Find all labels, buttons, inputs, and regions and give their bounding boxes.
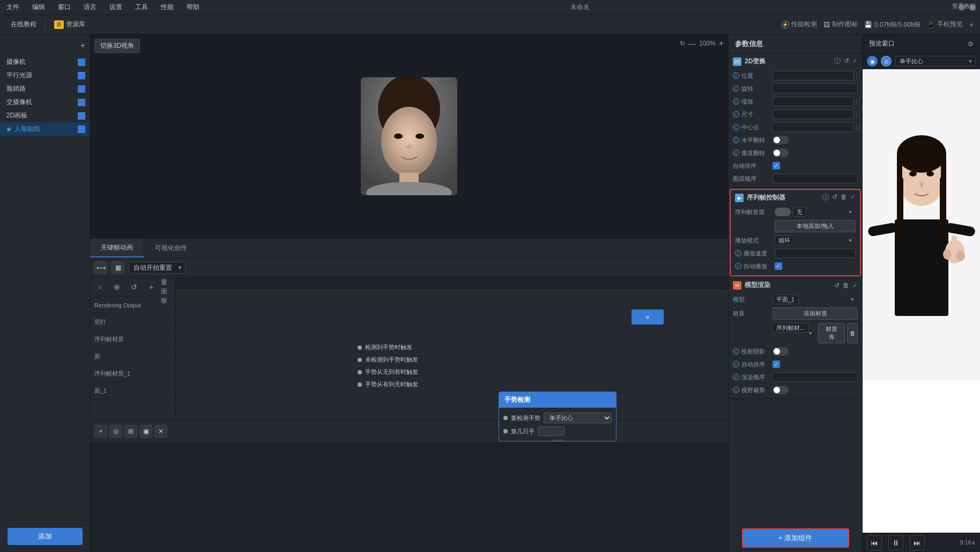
node-locate-btn[interactable]: ◎ xyxy=(109,425,122,438)
prop-render-order-val[interactable]: 0 xyxy=(773,372,858,382)
seq-toggle[interactable] xyxy=(775,208,791,216)
layer-camera-check[interactable] xyxy=(78,58,85,66)
asset-library-btn[interactable]: 资 资源库 xyxy=(50,18,90,31)
preview-forward-btn[interactable]: ⏭ xyxy=(910,535,925,550)
viewport[interactable]: 切换3D视角 ↻ — 100% + xyxy=(90,34,728,238)
keyframe-chip[interactable]: ≡ xyxy=(632,310,664,325)
layer-intercam[interactable]: 交摄像机 xyxy=(0,95,90,109)
prop-model-auto-sort-check[interactable] xyxy=(773,360,780,368)
layer-intercam-check[interactable] xyxy=(78,99,85,106)
prop-size-x[interactable]: 200.00 xyxy=(773,109,854,119)
prop-position-x[interactable]: 0.00 xyxy=(773,71,854,80)
node-add-btn[interactable]: + xyxy=(94,425,107,438)
frame-refresh-icon[interactable]: ↺ xyxy=(832,193,837,202)
add-material-btn[interactable]: 添加材质 xyxy=(773,307,858,320)
preview-mode-btn-1[interactable]: ◉ xyxy=(867,56,878,67)
prop-hflip-toggle[interactable] xyxy=(773,136,789,144)
add-layer-button[interactable]: 添加 xyxy=(8,528,83,545)
menu-item-settings[interactable]: 设置 xyxy=(107,2,124,13)
node-detect-select[interactable]: 单手比心 xyxy=(544,413,612,423)
model-refresh-icon[interactable]: ↺ xyxy=(834,282,840,289)
action-btn-4[interactable]: + xyxy=(144,279,159,295)
menu-item-help[interactable]: 帮助 xyxy=(184,2,202,13)
preview-settings-icon[interactable]: ⚙ xyxy=(968,40,974,48)
rotate-icon[interactable]: ↻ xyxy=(680,40,685,47)
layer-light-check[interactable] xyxy=(78,72,85,79)
node-delete-btn[interactable]: ✕ xyxy=(154,425,167,438)
layer-light[interactable]: 平行光源 xyxy=(0,69,90,82)
seq-source-select[interactable]: 无 xyxy=(793,207,806,217)
timeline-tracks-right[interactable]: ≡ xyxy=(176,277,728,420)
layer-face-check[interactable] xyxy=(78,85,85,93)
menu-item-performance[interactable]: 性能 xyxy=(159,2,176,13)
seq-mat-select[interactable]: 序列帧材... xyxy=(773,323,809,333)
prop-vflip-toggle[interactable] xyxy=(773,149,789,157)
phone-preview-btn[interactable]: 📱 手机预览 xyxy=(927,20,963,29)
layer-2d-board[interactable]: 2D画板 xyxy=(0,109,90,122)
online-tutorial-btn[interactable]: 在线教程 xyxy=(6,18,41,31)
auto-mode-select[interactable]: 自动开拍重置 xyxy=(129,262,185,274)
node-group-btn[interactable]: ▣ xyxy=(139,425,152,438)
node-list-icon[interactable]: ≡ xyxy=(552,440,563,441)
menu-item-file[interactable]: 文件 xyxy=(4,2,21,13)
layer-camera[interactable]: 摄像机 xyxy=(0,55,90,69)
prop-shadow-toggle[interactable] xyxy=(773,347,789,356)
layer-face-sticker[interactable]: ◉ 人脸贴纸 xyxy=(0,122,90,136)
timeline-playbar[interactable] xyxy=(176,277,728,290)
prop-local-add-btn[interactable]: 本地添加/拖入 xyxy=(775,220,856,232)
material-lib-btn[interactable]: 材质库 xyxy=(818,323,845,343)
tl-btn-split[interactable]: ⟷ xyxy=(94,261,107,274)
section-model-header[interactable]: M 模型渲染 ↺ 🗑 ✓ xyxy=(729,277,862,293)
make-image-btn[interactable]: 🖼 制作图标 xyxy=(823,20,858,29)
material-delete-btn[interactable]: 🗑 xyxy=(847,323,858,343)
zoom-minus-btn[interactable]: — xyxy=(688,39,696,48)
node-finger-input[interactable]: 0 xyxy=(538,426,565,436)
prop-layer-order-val[interactable]: 2 xyxy=(773,174,858,183)
refresh-icon[interactable]: ↺ xyxy=(844,57,849,66)
section-2d-transform-header[interactable]: 2D 2D变换 ⓘ ↺ ✓ xyxy=(729,54,862,69)
model-select[interactable]: 平面_1 xyxy=(773,295,799,304)
preview-mode-select[interactable]: 单手比心 xyxy=(895,56,976,67)
action-btn-3[interactable]: ↺ xyxy=(127,279,142,295)
frame-info-icon[interactable]: ⓘ xyxy=(822,193,829,202)
model-enable-icon[interactable]: ✓ xyxy=(852,282,858,289)
node-connect-btn[interactable]: ⊞ xyxy=(124,425,137,438)
node-row-finger: 第几只手 0 xyxy=(499,425,616,438)
menu-item-tools[interactable]: 工具 xyxy=(133,2,150,13)
frame-enable-icon[interactable]: ✓ xyxy=(850,193,856,202)
layer-face[interactable]: 脸踏路 xyxy=(0,82,90,95)
prop-center-x[interactable]: 0.50 xyxy=(773,122,854,132)
tab-keyframe[interactable]: 关键帧动画 xyxy=(90,239,144,257)
add-toolbar-btn[interactable]: + xyxy=(969,20,974,29)
tab-visual[interactable]: 可视化创作 xyxy=(144,239,198,257)
switch-3d-btn[interactable]: 切换3D视角 xyxy=(94,39,140,53)
prop-auto-play-check[interactable] xyxy=(775,262,782,270)
add-layer-btn[interactable]: + xyxy=(80,41,85,50)
section-frame-header[interactable]: ▶ 序列帧控制器 ⓘ ↺ 🗑 ✓ xyxy=(731,190,860,205)
prop-scale-x[interactable]: 1.00 xyxy=(773,97,854,106)
action-btn-2[interactable]: ⊕ xyxy=(109,279,124,295)
zoom-plus-btn[interactable]: + xyxy=(719,39,724,48)
prop-play-speed-val[interactable]: 1.00 xyxy=(775,248,856,258)
frame-delete-icon[interactable]: 🗑 xyxy=(841,193,847,202)
preview-rewind-btn[interactable]: ⏮ xyxy=(867,535,882,550)
play-mode-select[interactable]: 循环 xyxy=(775,235,794,245)
prop-fov-toggle[interactable] xyxy=(773,386,789,394)
preview-mode-btn-2[interactable]: ◎ xyxy=(881,56,892,67)
layer-2d-check[interactable] xyxy=(78,112,85,120)
menu-item-language[interactable]: 语言 xyxy=(81,2,99,13)
preview-pause-btn[interactable]: ⏸ xyxy=(888,535,903,550)
tl-btn-grid[interactable]: ▦ xyxy=(112,261,124,274)
layer-face-sticker-check[interactable] xyxy=(78,126,85,133)
action-btn-1[interactable]: ○ xyxy=(92,279,107,295)
section-model-icon: M xyxy=(733,281,741,290)
performance-test-btn[interactable]: ⚡ 性能检测 xyxy=(782,20,817,29)
menu-item-window[interactable]: 窗口 xyxy=(56,2,73,13)
add-component-btn[interactable]: + 添加组件 xyxy=(742,528,849,548)
prop-auto-sort-check[interactable] xyxy=(773,162,780,170)
prop-rotation-val[interactable]: 0.00 xyxy=(773,84,858,93)
info-icon[interactable]: ⓘ xyxy=(834,57,841,66)
enable-icon[interactable]: ✓ xyxy=(852,57,858,66)
model-delete-icon[interactable]: 🗑 xyxy=(843,282,849,289)
menu-item-edit[interactable]: 编辑 xyxy=(30,2,47,13)
